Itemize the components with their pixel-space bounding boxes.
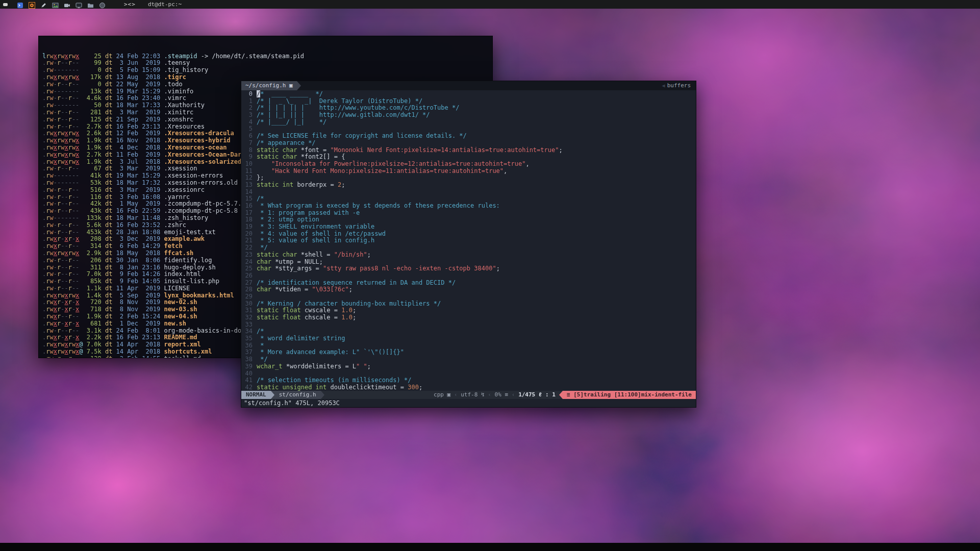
code-line: 15/*: [241, 195, 696, 203]
code-line: 0/* ____ _____ */: [241, 91, 696, 98]
vim-buffer[interactable]: 0/* ____ _____ */ 1/* | _ \_ _| Derek Ta…: [241, 90, 696, 391]
powerline-separator-icon: [271, 391, 274, 399]
code-line: 28char *vtiden = "\033[?6c";: [241, 286, 696, 293]
code-line: 21 * 5: value of shell in config.h: [241, 237, 696, 244]
tab-separator-icon: [297, 81, 301, 90]
code-line: 30/* Kerning / character bounding-box mu…: [241, 300, 696, 308]
code-line: 35 * word delimiter string: [241, 335, 696, 342]
code-line: 9static char *font2[] = {: [241, 154, 696, 161]
pencil-icon[interactable]: [40, 1, 47, 8]
tab-config-h[interactable]: ~/s/config.h ▣: [241, 81, 297, 90]
file-row: .rwxrwxrwx 17k dt 13 Aug 2018 .tigrc: [42, 74, 489, 81]
powerline-separator-icon: [321, 391, 324, 399]
code-line: 19 * 3: SHELL environment variable: [241, 223, 696, 231]
workspace-indicator[interactable]: [3, 3, 8, 6]
code-line: 16 * What program is execed by st depend…: [241, 203, 696, 210]
code-line: 3/* | |_| || | http://www.gitlab.com/dwt…: [241, 112, 696, 119]
code-line: 41/* selection timeouts (in milliseconds…: [241, 377, 696, 384]
code-line: 40: [241, 370, 696, 378]
code-line: 27/* identification sequence returned in…: [241, 280, 696, 287]
code-line: 23static char *shell = "/bin/sh";: [241, 252, 696, 259]
terminal-icon[interactable]: [17, 1, 23, 8]
top-panel: ><> dt@dt-pc:~: [0, 0, 980, 9]
code-line: 14: [241, 189, 696, 196]
code-line: 26: [241, 272, 696, 280]
code-line: 4/* |____/ |_| */: [241, 119, 696, 126]
folder-icon[interactable]: [87, 1, 94, 8]
code-line: 8static char *font = "Mononoki Nerd Font…: [241, 147, 696, 154]
buffers-arrow-icon: ◀: [662, 81, 665, 90]
code-line: 5: [241, 126, 696, 133]
code-line: 7/* appearance */: [241, 140, 696, 147]
code-line: 39wchar_t *worddelimiters = L" ";: [241, 363, 696, 370]
camera-icon[interactable]: [64, 1, 70, 8]
vim-cmdline: "st/config.h" 475L, 20953C: [241, 399, 696, 407]
code-line: 38 */: [241, 356, 696, 363]
code-line: 42static unsigned int doubleclicktimeout…: [241, 384, 696, 391]
vim-statusline: NORMAL st/config.h cpp ▣‹utf-8 ↯‹0% ≡‹1/…: [241, 391, 696, 399]
file-row: lrwxrwxrwx 25 dt 24 Feb 22:03 .steampid …: [42, 53, 489, 60]
powerline-separator-icon: [559, 391, 563, 399]
fish-shell-glyph: ><>: [124, 1, 136, 8]
vim-tabline: ~/s/config.h ▣ ◀ buffers: [241, 81, 696, 90]
statusline-filename: st/config.h: [274, 391, 321, 399]
statusline-warnings: ≡ [5]trailing [11:100]mix-indent-file: [563, 391, 696, 399]
code-line: 31static float cwscale = 1.0;: [241, 307, 696, 314]
buffers-label: buffers: [667, 81, 696, 90]
code-line: 29: [241, 293, 696, 300]
code-line: 37 * More advanced example: L" `'\"()[]{…: [241, 349, 696, 356]
active-app-icon[interactable]: [29, 1, 35, 8]
code-line: 36 *: [241, 342, 696, 349]
code-line: 10 "Inconsolata for Powerline:pixelsize=…: [241, 161, 696, 168]
code-line: 12};: [241, 174, 696, 182]
code-line: 11 "Hack Nerd Font Mono:pixelsize=11:ant…: [241, 168, 696, 175]
file-row: .rw------- 0 dt 5 Feb 15:09 .tig_history: [42, 67, 489, 74]
code-line: 33: [241, 321, 696, 329]
window-title: dt@dt-pc:~: [148, 1, 182, 8]
mode-indicator: NORMAL: [241, 391, 271, 399]
code-line: 1/* | _ \_ _| Derek Taylor (DistroTube) …: [241, 98, 696, 105]
code-line: 13static int borderpx = 2;: [241, 182, 696, 189]
vim-window[interactable]: ~/s/config.h ▣ ◀ buffers 0/* ____ _____ …: [241, 81, 696, 408]
image-icon[interactable]: [52, 1, 59, 8]
code-line: 34/*: [241, 328, 696, 335]
circle-icon[interactable]: [99, 1, 106, 8]
code-line: 2/* | | | || | http://www.youtube.com/c/…: [241, 105, 696, 112]
code-line: 18 * 2: utmp option: [241, 216, 696, 223]
statusline-right: cpp ▣‹utf-8 ↯‹0% ≡‹1/475 ℓ : 1: [430, 391, 559, 399]
code-line: 20 * 4: value of shell in /etc/passwd: [241, 231, 696, 238]
code-line: 22 */: [241, 244, 696, 252]
monitor-icon[interactable]: [76, 1, 82, 8]
bottom-panel: [0, 543, 980, 551]
code-line: 25char *stty_args = "stty raw pass8 nl -…: [241, 265, 696, 272]
code-line: 17 * 1: program passed with -e: [241, 210, 696, 217]
code-line: 32static float chscale = 1.0;: [241, 314, 696, 321]
code-line: 24char *utmp = NULL;: [241, 259, 696, 266]
file-row: .rw-r--r-- 99 dt 3 Jun 2019 .teensy: [42, 60, 489, 67]
code-line: 6/* See LICENSE file for copyright and l…: [241, 133, 696, 140]
